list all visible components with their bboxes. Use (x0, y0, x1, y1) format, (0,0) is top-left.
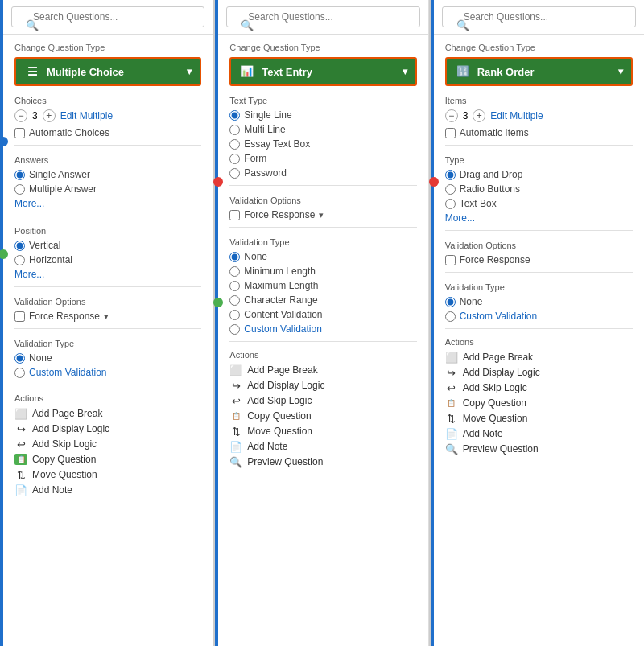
items-minus-btn[interactable]: − (445, 109, 458, 122)
edit-multiple-choices-btn[interactable]: Edit Multiple (60, 110, 113, 121)
vt-minlen-radio[interactable] (229, 266, 240, 277)
choices-plus-btn[interactable]: + (43, 109, 56, 122)
position-more-link[interactable]: More... (14, 269, 201, 280)
action-add-note-2[interactable]: 📄 Add Note (229, 441, 416, 452)
force-response-checkbox-1[interactable] (14, 311, 25, 322)
change-question-type-label-3: Change Question Type (445, 43, 633, 52)
divider-3d (445, 328, 633, 329)
items-plus-btn[interactable]: + (473, 109, 485, 122)
horizontal-radio[interactable] (14, 255, 25, 265)
action-display-logic-2[interactable]: ↪ Add Display Logic (229, 380, 416, 391)
multiple-answer-label: Multiple Answer (29, 183, 97, 195)
action-preview-question-2[interactable]: 🔍 Preview Question (229, 456, 416, 467)
copy-question-icon-1: 📋 (14, 454, 27, 465)
vt-custom-radio-1[interactable] (14, 368, 25, 378)
action-skip-logic-3[interactable]: ↩ Add Skip Logic (445, 382, 633, 393)
multiple-answer-radio[interactable] (14, 184, 25, 195)
action-display-logic-1[interactable]: ↪ Add Display Logic (14, 423, 201, 434)
vt-custom-row-3: Custom Validation (445, 311, 633, 322)
vt-custom-label-2[interactable]: Custom Validation (244, 323, 322, 335)
text-box-radio[interactable] (445, 199, 456, 209)
action-page-break-2[interactable]: ⬜ Add Page Break (229, 364, 416, 376)
vt-maxlen-radio[interactable] (229, 281, 240, 291)
action-add-note-1[interactable]: 📄 Add Note (14, 484, 201, 496)
action-move-question-3[interactable]: ⇅ Move Question (445, 413, 633, 424)
panel-text-entry: 🔍 Change Question Type 📊 Text Entry ▾ Te… (215, 0, 428, 646)
vt-custom-radio-2[interactable] (229, 324, 240, 335)
drag-drop-row: Drag and Drop (445, 169, 633, 180)
panel-content-3: Change Question Type 🔢 Rank Order ▾ Item… (434, 35, 644, 646)
type-more-link[interactable]: More... (445, 212, 633, 224)
btn-left-1: ☰ Multiple Choice (24, 65, 124, 78)
answers-more-link[interactable]: More... (14, 198, 201, 209)
items-count-row: − 3 + Edit Multiple (445, 109, 633, 122)
automatic-items-checkbox[interactable] (445, 128, 456, 138)
action-move-question-2[interactable]: ⇅ Move Question (229, 426, 416, 437)
force-dropdown-1[interactable]: ▾ (104, 311, 109, 322)
vertical-radio[interactable] (14, 241, 25, 251)
action-skip-logic-2[interactable]: ↩ Add Skip Logic (229, 395, 416, 406)
vt-none-radio-1[interactable] (14, 353, 25, 364)
vt-custom-radio-3[interactable] (445, 311, 456, 322)
radio-buttons-radio[interactable] (445, 184, 456, 195)
action-display-logic-3[interactable]: ↪ Add Display Logic (445, 367, 633, 378)
multi-line-radio[interactable] (229, 125, 240, 135)
divider-2b (229, 227, 416, 228)
action-copy-question-2[interactable]: 📋 Copy Question (229, 410, 416, 422)
vt-content-radio[interactable] (229, 310, 240, 320)
search-wrapper-3: 🔍 (442, 6, 636, 27)
action-move-question-1[interactable]: ⇅ Move Question (14, 469, 201, 480)
vt-none-radio-2[interactable] (229, 252, 240, 262)
drag-drop-radio[interactable] (445, 170, 456, 180)
action-page-break-3[interactable]: ⬜ Add Page Break (445, 352, 633, 363)
search-input-1[interactable] (11, 6, 204, 27)
validation-options-label-1: Validation Options (14, 297, 201, 307)
choices-count: 3 (32, 110, 38, 121)
action-copy-question-3[interactable]: 📋 Copy Question (445, 397, 633, 409)
action-page-break-1[interactable]: ⬜ Add Page Break (14, 408, 201, 419)
copy-question-icon-3: 📋 (445, 397, 458, 409)
force-response-label-1: Force Response (29, 311, 100, 322)
vt-maxlen-row: Maximum Length (229, 280, 416, 291)
form-radio[interactable] (229, 154, 240, 164)
edit-multiple-items-btn[interactable]: Edit Multiple (490, 110, 543, 121)
form-row: Form (229, 153, 416, 164)
choices-minus-btn[interactable]: − (14, 109, 27, 122)
vt-custom-label-3[interactable]: Custom Validation (460, 311, 538, 322)
vt-charrange-radio[interactable] (229, 295, 240, 306)
action-copy-question-1[interactable]: 📋 Copy Question (14, 454, 201, 465)
divider-3c (445, 272, 633, 273)
force-response-row-2: Force Response ▾ (229, 209, 416, 220)
search-input-2[interactable] (226, 6, 419, 27)
force-dropdown-2[interactable]: ▾ (319, 210, 324, 220)
change-question-type-label-1: Change Question Type (14, 43, 201, 52)
essay-text-box-label: Essay Text Box (244, 138, 310, 150)
add-note-icon-1: 📄 (14, 484, 27, 496)
single-answer-radio[interactable] (14, 170, 25, 180)
question-type-btn-3[interactable]: 🔢 Rank Order ▾ (445, 57, 633, 86)
essay-text-box-radio[interactable] (229, 139, 240, 150)
single-answer-label: Single Answer (29, 169, 90, 180)
search-input-3[interactable] (442, 6, 636, 27)
action-add-note-3[interactable]: 📄 Add Note (445, 428, 633, 439)
divider-2 (14, 216, 201, 216)
password-radio[interactable] (229, 168, 240, 179)
action-skip-logic-1[interactable]: ↩ Add Skip Logic (14, 438, 201, 450)
vt-maxlen-label: Maximum Length (244, 280, 318, 291)
force-response-checkbox-3[interactable] (445, 255, 456, 265)
vt-custom-label-1[interactable]: Custom Validation (29, 367, 107, 378)
form-label: Form (244, 153, 266, 164)
question-type-btn-1[interactable]: ☰ Multiple Choice ▾ (14, 57, 201, 86)
action-preview-question-3[interactable]: 🔍 Preview Question (445, 443, 633, 455)
vt-none-radio-3[interactable] (445, 297, 456, 307)
choices-count-row: − 3 + Edit Multiple (14, 109, 201, 122)
divider-3 (14, 286, 201, 287)
display-logic-icon-1: ↪ (14, 423, 27, 434)
vt-minlen-label: Minimum Length (244, 265, 316, 277)
single-line-radio[interactable] (229, 110, 240, 121)
force-response-checkbox-2[interactable] (229, 210, 240, 220)
question-type-btn-2[interactable]: 📊 Text Entry ▾ (229, 57, 416, 86)
horizontal-label: Horizontal (29, 254, 72, 265)
text-box-label: Text Box (460, 198, 497, 209)
automatic-choices-checkbox[interactable] (14, 128, 25, 138)
